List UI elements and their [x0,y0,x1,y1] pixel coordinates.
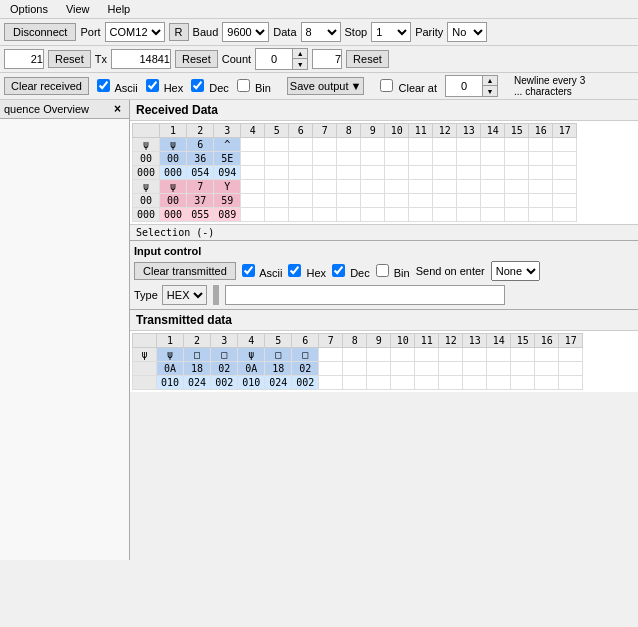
ic-ascii-checkbox[interactable] [242,264,255,277]
menu-help[interactable]: Help [104,2,135,16]
newline-label: Newline every [514,75,577,86]
type-select[interactable]: HEX [162,285,207,305]
send-on-enter-label: Send on enter [416,265,485,277]
sidebar-close-button[interactable]: × [110,102,125,116]
clear-transmitted-button[interactable]: Clear transmitted [134,262,236,280]
ic-dec-label[interactable]: Dec [332,264,370,279]
transmitted-cell: 02 [292,362,319,376]
hex-checkbox-label[interactable]: Hex [146,79,184,94]
received-cell: ^ [214,138,241,152]
stop-select[interactable]: 1 [371,22,411,42]
t-col-header-4: 4 [238,334,265,348]
transmitted-cell: 024 [184,376,211,390]
transmitted-cell-empty [439,348,463,362]
bin-checkbox-label[interactable]: Bin [237,79,271,94]
received-cell [529,138,553,152]
ic-hex-label[interactable]: Hex [288,264,326,279]
t-col-header-17: 17 [559,334,583,348]
reset3-button[interactable]: Reset [346,50,389,68]
received-data-grid[interactable]: 1 2 3 4 5 6 7 8 9 10 11 12 13 [130,121,638,224]
received-cell [385,152,409,166]
col-header-11: 11 [409,124,433,138]
clear-at-label: Clear at [399,82,438,94]
received-cell [457,138,481,152]
count-up[interactable]: ▲ [293,49,307,59]
received-cell [409,152,433,166]
received-cell [457,152,481,166]
clear-at-value[interactable] [446,76,482,96]
dec-checkbox[interactable] [191,79,204,92]
received-cell: 094 [214,166,241,180]
r-button[interactable]: R [169,23,189,41]
clear-at-checkbox-label[interactable]: Clear at [380,79,437,94]
ic-ascii-label[interactable]: Ascii [242,264,283,279]
received-row-2: 000000054094 [133,166,577,180]
col-header-15: 15 [505,124,529,138]
received-cell [265,194,289,208]
received-cell [553,166,577,180]
received-cell [289,166,313,180]
rx-value[interactable] [4,49,44,69]
transmitted-cell: □ [211,348,238,362]
bin-checkbox[interactable] [237,79,250,92]
received-cell [313,180,337,194]
main-toolbar: Disconnect Port COM12 R Baud 9600 Data 8… [0,19,638,46]
received-cell [529,180,553,194]
count-end-value[interactable] [312,49,342,69]
received-cell [361,208,385,222]
transmitted-data-grid[interactable]: 1 2 3 4 5 6 7 8 9 10 11 12 13 [130,331,638,392]
received-cell [457,208,481,222]
baud-label: Baud [193,26,219,38]
menu-options[interactable]: Options [6,2,52,16]
count-spinner[interactable]: ▲ ▼ [255,48,308,70]
parity-select[interactable]: No [447,22,487,42]
transmitted-cell-empty [415,376,439,390]
clear-at-up[interactable]: ▲ [483,76,497,86]
received-cell [433,194,457,208]
transmitted-cell: ψ [238,348,265,362]
ascii-checkbox-label[interactable]: Ascii [97,79,138,94]
newline-sub: ... characters [514,86,572,97]
ascii-checkbox[interactable] [97,79,110,92]
disconnect-button[interactable]: Disconnect [4,23,76,41]
reset2-button[interactable]: Reset [175,50,218,68]
received-cell [313,152,337,166]
send-on-enter-select[interactable]: None [491,261,540,281]
received-row-4: 00003759 [133,194,577,208]
reset1-button[interactable]: Reset [48,50,91,68]
data-select[interactable]: 8 [301,22,341,42]
transmitted-cell-empty [463,376,487,390]
dec-checkbox-label[interactable]: Dec [191,79,229,94]
input-field[interactable] [225,285,505,305]
transmitted-cell-empty [463,362,487,376]
baud-select[interactable]: 9600 [222,22,269,42]
tx-value[interactable] [111,49,171,69]
count-down[interactable]: ▼ [293,59,307,69]
clear-at-down[interactable]: ▼ [483,86,497,96]
received-cell [241,138,265,152]
t-col-header-2: 2 [184,334,211,348]
received-cell [481,180,505,194]
received-row-5: 000000055089 [133,208,577,222]
save-output-button[interactable]: Save output ▼ [287,77,365,95]
received-cell [385,166,409,180]
clear-received-button[interactable]: Clear received [4,77,89,95]
save-output-arrow: ▼ [351,80,362,92]
port-select[interactable]: COM12 [105,22,165,42]
menu-view[interactable]: View [62,2,94,16]
ic-dec-checkbox[interactable] [332,264,345,277]
newline-section: Newline every 3 ... characters [514,75,585,97]
input-control-section: Input control Clear transmitted Ascii He… [130,241,638,310]
ic-bin-checkbox[interactable] [376,264,389,277]
count-value[interactable] [256,49,292,69]
clear-at-spinner[interactable]: ▲ ▼ [445,75,498,97]
ic-bin-label[interactable]: Bin [376,264,410,279]
received-cell: 00 [160,194,187,208]
clear-at-checkbox[interactable] [380,79,393,92]
ic-hex-checkbox[interactable] [288,264,301,277]
hex-label: Hex [164,82,184,94]
transmitted-cell: 18 [184,362,211,376]
received-cell [505,208,529,222]
hex-checkbox[interactable] [146,79,159,92]
t-col-header-15: 15 [511,334,535,348]
